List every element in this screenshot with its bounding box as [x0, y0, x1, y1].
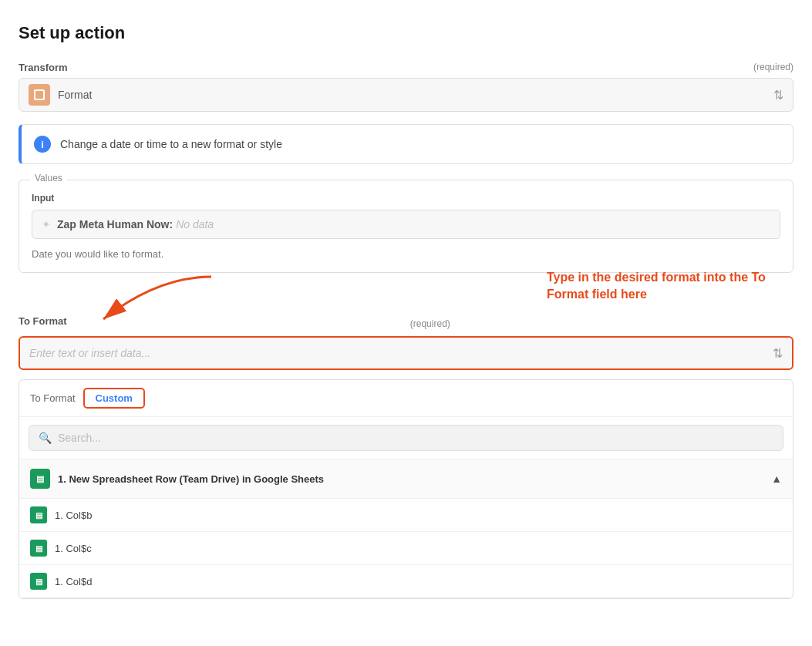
format-icon [29, 84, 50, 106]
dropdown-tabs: To Format Custom [19, 380, 793, 417]
to-format-section: Type in the desired format into the To F… [19, 315, 793, 599]
to-format-text-input[interactable] [29, 347, 773, 359]
dropdown-tab-custom[interactable]: Custom [83, 388, 145, 409]
info-text: Change a date or time to a new format or… [60, 138, 282, 150]
info-box: i Change a date or time to a new format … [19, 124, 793, 164]
row-label-2: 1. Col$c [55, 543, 92, 554]
transform-value: Format [58, 89, 773, 101]
spreadsheet-icon: ▤ [30, 469, 50, 489]
input-no-data: No data [176, 218, 214, 230]
search-icon: 🔍 [39, 432, 52, 444]
to-format-input[interactable]: ⇅ [19, 336, 793, 370]
info-icon: i [34, 136, 51, 153]
annotation-text: Type in the desired format into the To F… [547, 269, 786, 302]
to-format-required: (required) [410, 318, 450, 329]
values-label: Values [30, 173, 67, 183]
transform-select[interactable]: Format ⇅ [19, 78, 793, 112]
transform-label: Transform (required) [19, 62, 793, 73]
row-label-3: 1. Col$d [55, 576, 92, 587]
input-value: Zap Meta Human Now: [57, 218, 173, 230]
list-item[interactable]: ▤ 1. Col$c [19, 532, 793, 565]
chevron-up-icon: ▲ [771, 473, 782, 485]
input-hint: Date you would like to format. [32, 248, 780, 260]
spreadsheet-header[interactable]: ▤ 1. New Spreadsheet Row (Team Drive) in… [19, 459, 793, 499]
values-section: Values Input ✦ Zap Meta Human Now: No da… [19, 180, 793, 273]
zap-icon: ✦ [42, 218, 51, 230]
input-label: Input [32, 193, 780, 204]
page-title: Set up action [19, 23, 793, 43]
list-item[interactable]: ▤ 1. Col$d [19, 565, 793, 598]
to-format-arrow-icon: ⇅ [773, 346, 783, 361]
spreadsheet-title: 1. New Spreadsheet Row (Team Drive) in G… [58, 473, 771, 485]
search-input[interactable] [58, 432, 773, 444]
row-label-1: 1. Col$b [55, 510, 92, 521]
dropdown-section: To Format Custom 🔍 ▤ 1. New Spreadsheet … [19, 379, 793, 599]
list-item[interactable]: ▤ 1. Col$b [19, 499, 793, 532]
to-format-label: To Format [19, 315, 67, 327]
row-icon-3: ▤ [30, 573, 47, 590]
transform-required: (required) [753, 62, 793, 72]
row-icon-1: ▤ [30, 506, 47, 523]
dropdown-search-area: 🔍 [19, 417, 793, 459]
dropdown-tab-label: To Format [30, 392, 76, 404]
row-icon-2: ▤ [30, 540, 47, 557]
input-field[interactable]: ✦ Zap Meta Human Now: No data [32, 210, 780, 239]
transform-arrow-icon: ⇅ [773, 88, 783, 103]
